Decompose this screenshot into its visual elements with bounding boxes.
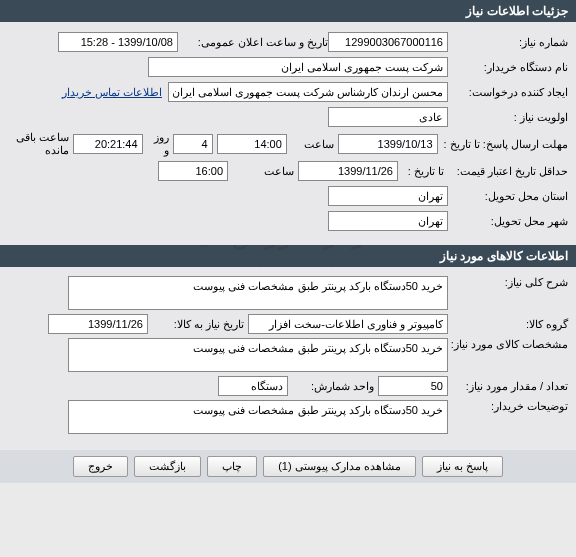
label-desc: شرح کلی نیاز: bbox=[448, 276, 568, 289]
input-requester[interactable] bbox=[168, 82, 448, 102]
label-spec: مشخصات کالای مورد نیاز: bbox=[448, 338, 568, 351]
section2-title: اطلاعات کالاهای مورد نیاز bbox=[0, 245, 576, 267]
label-time2: ساعت bbox=[228, 165, 298, 178]
input-delivery-prov[interactable] bbox=[328, 186, 448, 206]
label-delivery-city: شهر محل تحویل: bbox=[448, 215, 568, 228]
input-deadline-date[interactable] bbox=[338, 134, 438, 154]
input-min-date[interactable] bbox=[298, 161, 398, 181]
header-title: جزئیات اطلاعات نیاز bbox=[0, 0, 576, 22]
link-contact-buyer[interactable]: اطلاعات تماس خریدار bbox=[62, 86, 162, 99]
label-remaining: ساعت باقی مانده bbox=[8, 131, 73, 157]
attachments-button[interactable]: مشاهده مدارک پیوستی (1) bbox=[263, 456, 416, 477]
input-deadline-time[interactable] bbox=[217, 134, 287, 154]
label-qty: تعداد / مقدار مورد نیاز: bbox=[448, 380, 568, 393]
input-min-time[interactable] bbox=[158, 161, 228, 181]
button-bar: پاسخ به نیاز مشاهده مدارک پیوستی (1) چاپ… bbox=[0, 450, 576, 483]
reply-button[interactable]: پاسخ به نیاز bbox=[422, 456, 503, 477]
input-remaining[interactable] bbox=[73, 134, 143, 154]
back-button[interactable]: بازگشت bbox=[134, 456, 201, 477]
label-org-name: نام دستگاه خریدار: bbox=[448, 61, 568, 74]
input-group-date[interactable] bbox=[48, 314, 148, 334]
exit-button[interactable]: خروج bbox=[73, 456, 128, 477]
input-priority[interactable] bbox=[328, 107, 448, 127]
label-to-date: تا تاریخ : bbox=[398, 165, 448, 178]
label-time1: ساعت bbox=[287, 138, 338, 151]
label-delivery-prov: استان محل تحویل: bbox=[448, 190, 568, 203]
input-announce-date[interactable] bbox=[58, 32, 178, 52]
input-unit[interactable] bbox=[218, 376, 288, 396]
label-days: روز و bbox=[143, 131, 173, 157]
label-group: گروه کالا: bbox=[448, 318, 568, 331]
label-requester: ایجاد کننده درخواست: bbox=[448, 86, 568, 99]
textarea-spec[interactable] bbox=[68, 338, 448, 372]
label-group-date: تاریخ نیاز به کالا: bbox=[148, 318, 248, 331]
label-deadline: مهلت ارسال پاسخ: تا تاریخ : bbox=[438, 138, 568, 151]
input-delivery-city[interactable] bbox=[328, 211, 448, 231]
textarea-desc[interactable] bbox=[68, 276, 448, 310]
label-req-no: شماره نیاز: bbox=[448, 36, 568, 49]
print-button[interactable]: چاپ bbox=[207, 456, 257, 477]
label-min-date: حداقل تاریخ اعتبار قیمت: bbox=[448, 165, 568, 178]
textarea-buyer-notes[interactable] bbox=[68, 400, 448, 434]
label-buyer-notes: توضیحات خریدار: bbox=[448, 400, 568, 413]
label-priority: اولویت نیاز : bbox=[448, 111, 568, 124]
label-announce-date: تاریخ و ساعت اعلان عمومی: bbox=[178, 36, 328, 49]
input-qty[interactable] bbox=[378, 376, 448, 396]
input-req-no[interactable] bbox=[328, 32, 448, 52]
input-group[interactable] bbox=[248, 314, 448, 334]
input-days[interactable] bbox=[173, 134, 213, 154]
label-unit: واحد شمارش: bbox=[288, 380, 378, 393]
input-org-name[interactable] bbox=[148, 57, 448, 77]
